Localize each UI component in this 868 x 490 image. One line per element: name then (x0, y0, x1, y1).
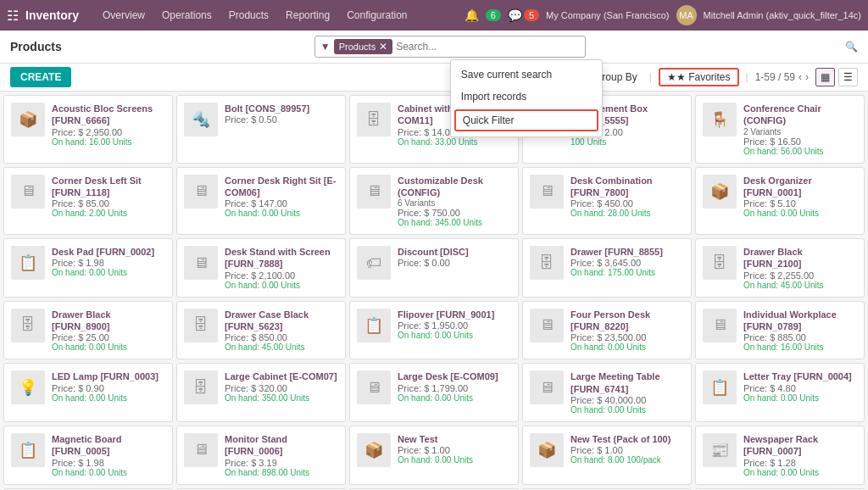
product-image: 🖥 (184, 246, 218, 280)
search-bar: ▼ Products ✕ (314, 36, 586, 58)
nav-products[interactable]: Products (222, 6, 275, 25)
product-card[interactable]: 📋Letter Tray [FURN_0004]Price: $ 4.80On … (695, 363, 865, 422)
bell-icon[interactable]: 🔔 (465, 8, 479, 22)
product-card[interactable]: 🖥Customizable Desk (CONFIG)6 VariantsPri… (349, 167, 519, 236)
user-avatar[interactable]: MA (676, 5, 697, 25)
product-card[interactable]: 🖥Large Meeting Table [FURN_6741]Price: $… (522, 363, 692, 422)
product-name: Individual Workplace [FURN_0789] (743, 309, 857, 333)
product-stock: On hand: 45.00 Units (743, 281, 857, 290)
product-price: Price: $ 1.98 (52, 458, 165, 468)
product-name: Desk Pad [FURN_0002] (52, 246, 165, 258)
product-name: Large Meeting Table [FURN_6741] (570, 370, 684, 395)
product-stock: On hand: 345.00 Units (398, 218, 511, 227)
product-stock: On hand: 8.00 100/pack (570, 455, 684, 465)
product-image: 📋 (703, 370, 737, 404)
product-card[interactable]: 📋Desk Pad [FURN_0002]Price: $ 1.98On han… (3, 238, 173, 298)
product-card[interactable]: 🖥Desk Combination [FURN_7800]Price: $ 45… (522, 167, 692, 236)
product-price: Price: $ 3.19 (225, 458, 338, 468)
product-name: Magnetic Board [FURN_0005] (52, 433, 165, 458)
product-card[interactable]: 🗄Drawer Black [FURN_8900]Price: $ 25.00O… (3, 301, 173, 360)
product-card[interactable]: 🖥Desk Stand with Screen [FURN_7888]Price… (176, 238, 346, 298)
product-stock: On hand: 0.00 Units (570, 405, 684, 415)
product-image: 🗄 (357, 103, 391, 136)
product-card[interactable]: 🔩Bolt [CONS_89957]Price: $ 0.50 (176, 95, 346, 164)
product-image: 📋 (11, 433, 45, 467)
product-price: Price: $ 0.50 (225, 114, 338, 125)
product-card[interactable]: 📦New Test (Pack of 100)Price: $ 1.00On h… (522, 426, 692, 485)
product-card[interactable]: 🪑Conference Chair (CONFIG)2 VariantsPric… (695, 95, 865, 164)
product-card[interactable]: 📦Desk Organizer [FURN_0001]Price: $ 5.10… (695, 167, 865, 236)
save-current-search[interactable]: Save current search (451, 64, 602, 86)
product-card[interactable]: 🗄Large Cabinet [E-COM07]Price: $ 320.00O… (176, 363, 346, 422)
product-card[interactable]: 🖥Corner Desk Left Sit [FURN_1118]Price: … (3, 167, 173, 236)
product-card[interactable]: 🗄Drawer Black [FURN_2100]Price: $ 2,255.… (695, 238, 865, 298)
product-price: Price: $ 25.00 (52, 332, 165, 342)
product-card[interactable]: 📦Acoustic Bloc Screens [FURN_6666]Price:… (3, 95, 173, 164)
product-price: Price: $ 23,500.00 (570, 332, 684, 342)
product-name: Desk Organizer [FURN_0001] (743, 175, 857, 199)
product-image: 🗄 (184, 370, 218, 404)
main-menu: Overview Operations Products Reporting C… (96, 6, 415, 25)
search-expand-icon[interactable]: 🔍 (845, 41, 858, 53)
product-name: Drawer Case Black [FURN_5623] (225, 309, 338, 333)
grid-view-icon[interactable]: ▦ (815, 68, 835, 86)
product-card[interactable]: 🗄Drawer Case Black [FURN_5623]Price: $ 8… (176, 301, 346, 360)
product-price: Price: $ 1.00 (398, 445, 511, 455)
product-card[interactable]: 🖥Corner Desk Right Sit [E-COM06]Price: $… (176, 167, 346, 236)
product-card[interactable]: 📰Newspaper Rack [FURN_0007]Price: $ 1.28… (695, 426, 865, 485)
page-title: Products (10, 40, 62, 53)
product-image: 🔩 (184, 103, 218, 136)
product-card[interactable]: 📦New TestPrice: $ 1.00On hand: 0.00 Unit… (349, 426, 519, 485)
filter-icon: ▼ (320, 41, 331, 53)
message-badge[interactable]: 5 (524, 9, 539, 21)
nav-configuration[interactable]: Configuration (340, 6, 414, 25)
nav-reporting[interactable]: Reporting (279, 6, 337, 25)
product-image: 📋 (357, 309, 391, 342)
product-name: Corner Desk Left Sit [FURN_1118] (52, 175, 165, 199)
product-info: Desk Combination [FURN_7800]Price: $ 450… (570, 175, 684, 228)
product-name: Flipover [FURN_9001] (398, 309, 511, 320)
product-info: Monitor Stand [FURN_0006]Price: $ 3.19On… (225, 433, 338, 477)
search-tag[interactable]: Products ✕ (334, 39, 392, 54)
next-page-icon[interactable]: › (805, 71, 809, 83)
product-info: Large Meeting Table [FURN_6741]Price: $ … (570, 370, 684, 415)
product-price: Price: $ 320.00 (225, 383, 338, 393)
nav-operations[interactable]: Operations (155, 6, 219, 25)
favorites-button[interactable]: ★ ★ Favorites (659, 68, 739, 86)
product-card[interactable]: 🗄Drawer [FURN_8855]Price: $ 3,645.00On h… (522, 238, 692, 298)
quick-filter[interactable]: Quick Filter (454, 109, 598, 131)
product-info: Flipover [FURN_9001]Price: $ 1,950.00On … (398, 309, 511, 353)
product-info: Drawer Black [FURN_2100]Price: $ 2,255.0… (743, 246, 857, 290)
grid-icon[interactable]: ☷ (7, 8, 19, 24)
search-input[interactable] (396, 41, 580, 53)
import-records[interactable]: Import records (451, 86, 602, 108)
product-name: Letter Tray [FURN_0004] (743, 370, 857, 382)
pagination-text: 1-59 / 59 (755, 71, 795, 83)
product-card[interactable]: 📋Flipover [FURN_9001]Price: $ 1,950.00On… (349, 301, 519, 360)
product-image: 📰 (703, 433, 737, 467)
product-info: New TestPrice: $ 1.00On hand: 0.00 Units (398, 433, 511, 477)
product-image: 🖥 (184, 433, 218, 467)
product-name: Customizable Desk (CONFIG) (398, 175, 511, 199)
search-tag-close[interactable]: ✕ (379, 41, 387, 53)
product-card[interactable]: 🖥Large Desk [E-COM09]Price: $ 1,799.00On… (349, 363, 519, 422)
product-stock: On hand: 0.00 Units (225, 281, 338, 290)
products-area: 📦Acoustic Bloc Screens [FURN_6666]Price:… (0, 92, 868, 490)
product-card[interactable]: 📋Magnetic Board [FURN_0005]Price: $ 1.98… (3, 426, 173, 485)
prev-page-icon[interactable]: ‹ (798, 71, 802, 83)
search-wrapper: ▼ Products ✕ Save current search Import … (314, 36, 586, 58)
create-button[interactable]: CREATE (10, 67, 71, 87)
product-price: Price: $ 0.00 (398, 258, 511, 268)
product-card[interactable]: 💡LED Lamp [FURN_0003]Price: $ 0.90On han… (3, 363, 173, 422)
product-card[interactable]: 🏷Discount [DISC]Price: $ 0.00 (349, 238, 519, 298)
message-icon[interactable]: 💬 (508, 8, 522, 22)
chat-badge[interactable]: 6 (486, 9, 501, 21)
list-view-icon[interactable]: ☰ (838, 68, 858, 86)
product-card[interactable]: 🖥Four Person Desk [FURN_8220]Price: $ 23… (522, 301, 692, 360)
nav-overview[interactable]: Overview (96, 6, 152, 25)
product-card[interactable]: 🖥Monitor Stand [FURN_0006]Price: $ 3.19O… (176, 426, 346, 485)
product-name: Monitor Stand [FURN_0006] (225, 433, 338, 458)
product-price: Price: $ 4.80 (743, 383, 857, 393)
product-info: Large Cabinet [E-COM07]Price: $ 320.00On… (225, 370, 338, 415)
product-card[interactable]: 🖥Individual Workplace [FURN_0789]Price: … (695, 301, 865, 360)
